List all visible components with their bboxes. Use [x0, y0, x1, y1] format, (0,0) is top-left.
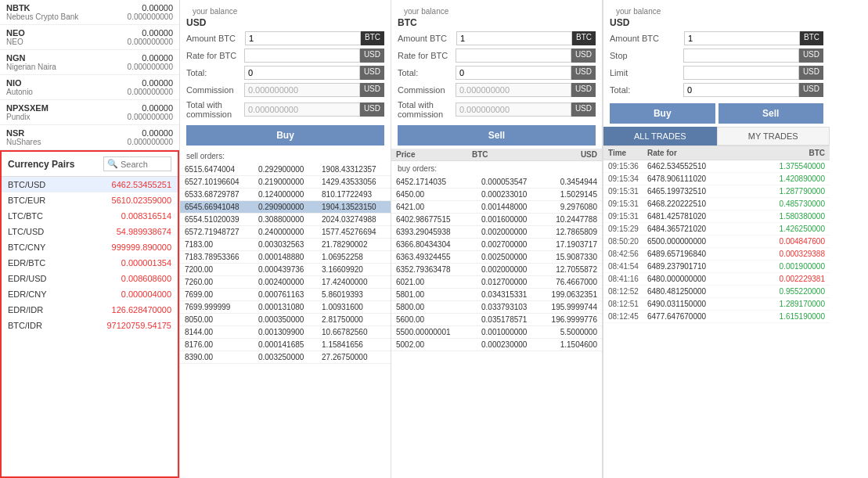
order-col2: 0.292900000: [254, 164, 317, 176]
trade-time: 08:12:52: [608, 287, 647, 296]
sell-balance-currency: BTC: [398, 17, 417, 28]
pair-row[interactable]: BTC/CNY 999999.890000: [2, 239, 178, 255]
order-col3: 1.06952258: [317, 251, 391, 264]
order-col3: 17.1903717: [539, 239, 602, 251]
pair-name: BTC/CNY: [8, 243, 45, 252]
btc-col-header: BTC: [755, 149, 825, 157]
buy-total-commission-currency: USD: [360, 102, 384, 117]
table-row: 6363.49324455 0.002500000 15.9087330: [391, 251, 602, 264]
pair-name: EDR/CNY: [8, 289, 47, 299]
trades-tabs: ALL TRADES MY TRADES: [603, 127, 830, 146]
sell-total-commission-label: Total with commission: [398, 100, 456, 119]
balance-row: NBTK Nebeus Crypto Bank 0.00000 0.000000…: [0, 0, 179, 25]
trade-rate: 6484.365721020: [647, 225, 755, 233]
my-trades-tab[interactable]: MY TRADES: [717, 127, 830, 146]
order-col2: 0.033793103: [477, 301, 539, 314]
table-row: 8176.00 0.000141685 1.15841656: [180, 339, 391, 351]
pair-row[interactable]: EDR/IDR 126.628470000: [2, 302, 178, 318]
sell-rate-currency: USD: [571, 49, 596, 63]
trade-btc: 1.615190000: [755, 312, 825, 321]
all-trades-tab[interactable]: ALL TRADES: [603, 127, 717, 146]
pair-row[interactable]: LTC/BTC 0.008316514: [2, 208, 178, 224]
coin-amount-main: 0.00000: [128, 3, 173, 13]
buy-orders-usd-col: USD: [535, 150, 597, 159]
right-total-input[interactable]: [683, 83, 799, 97]
table-row: 8144.00 0.001309900 10.66782560: [180, 326, 391, 339]
trade-rate: 6481.425781020: [647, 212, 755, 221]
trade-row: 09:15:31 6481.425781020 1.580380000: [603, 210, 830, 223]
order-col2: 0.000053547: [477, 176, 539, 189]
order-col3: 21.78290002: [317, 239, 391, 251]
search-input[interactable]: [121, 160, 167, 169]
sell-button[interactable]: Sell: [398, 125, 596, 146]
order-col1: 6527.10196604: [180, 176, 254, 189]
sell-rate-input[interactable]: [456, 49, 571, 63]
trade-time: 08:42:56: [608, 250, 647, 258]
order-col1: 8050.00: [180, 314, 254, 326]
order-col3: 0.3454944: [539, 176, 602, 189]
buy-amount-label: Amount BTC: [186, 34, 245, 43]
order-col2: 0.000761163: [254, 289, 317, 301]
search-box[interactable]: 🔍: [103, 156, 171, 171]
order-col1: 8144.00: [180, 326, 254, 339]
right-amount-input[interactable]: [684, 31, 800, 45]
pair-row[interactable]: BTC/EUR 5610.02359000: [2, 192, 178, 208]
pair-row[interactable]: LTC/USD 54.989938674: [2, 224, 178, 239]
trade-row: 09:15:29 6484.365721020 1.426250000: [603, 223, 830, 235]
time-col-header: Time: [608, 149, 647, 157]
buy-rate-input[interactable]: [244, 49, 360, 63]
pair-price: 0.000001354: [121, 258, 171, 268]
coin-label: NPXSXEM Pundix: [6, 103, 49, 121]
order-col3: 199.0632351: [539, 289, 602, 301]
coin-amount-main: 0.00000: [128, 128, 173, 138]
pair-name: EDR/BTC: [8, 258, 45, 268]
trades-list: 09:15:36 6462.534552510 1.375540000 09:1…: [603, 160, 830, 478]
trade-btc: 1.375540000: [755, 162, 825, 171]
order-col2: 0.000233010: [477, 189, 539, 201]
pair-name: LTC/BTC: [8, 211, 43, 221]
trade-row: 08:42:56 6489.657196840 0.000329388: [603, 248, 830, 261]
table-row: 7260.00 0.002400000 17.42400000: [180, 276, 391, 289]
rate-col-header: Rate for: [647, 149, 755, 157]
coin-symbol: NPXSXEM: [6, 103, 49, 113]
buy-total-input[interactable]: [244, 66, 360, 80]
order-col2: 0.000439736: [254, 264, 317, 276]
pair-row[interactable]: EDR/BTC 0.000001354: [2, 255, 178, 271]
order-col1: 6572.71948727: [180, 226, 254, 239]
trade-rate: 6480.481250000: [647, 287, 755, 296]
order-col2: 0.012700000: [477, 276, 539, 289]
coin-name: NuShares: [6, 138, 41, 146]
coin-symbol: NBTK: [6, 3, 78, 13]
coin-label: NEO NEO: [6, 28, 25, 46]
buy-total-commission-label: Total with commission: [186, 100, 244, 119]
right-buy-button[interactable]: Buy: [610, 103, 715, 124]
sell-total-input[interactable]: [456, 66, 571, 80]
sell-commission-input: [456, 83, 571, 97]
table-row: 7200.00 0.000439736 3.16609920: [180, 264, 391, 276]
pair-name: BTC/EUR: [8, 196, 45, 205]
order-col1: 8390.00: [180, 351, 254, 364]
order-col2: 0.002000000: [477, 226, 539, 239]
buy-amount-input[interactable]: [245, 31, 361, 45]
pair-price: 97120759.54175: [106, 321, 171, 330]
search-icon: 🔍: [107, 159, 118, 169]
order-col2: 0.001000000: [477, 326, 539, 339]
pair-row[interactable]: BTC/IDR 97120759.54175: [2, 318, 178, 333]
sell-rate-label: Rate for BTC: [398, 51, 456, 60]
buy-orders-section: Price BTC USD buy orders: 6452.1714035 0…: [391, 149, 602, 478]
right-stop-input[interactable]: [683, 49, 799, 63]
trade-rate: 6468.220222510: [647, 199, 755, 208]
pair-row[interactable]: EDR/CNY 0.000004000: [2, 286, 178, 302]
right-limit-input[interactable]: [683, 66, 799, 80]
pair-row[interactable]: EDR/USD 0.008608600: [2, 271, 178, 286]
order-col1: 6554.51020039: [180, 214, 254, 226]
buy-commission-input: [244, 83, 360, 97]
buy-button[interactable]: Buy: [186, 125, 384, 146]
order-col1: 5801.00: [391, 289, 477, 301]
order-col3: 10.2447788: [539, 214, 602, 226]
right-sell-button[interactable]: Sell: [719, 103, 824, 124]
order-col3: 1.00931600: [317, 301, 391, 314]
trade-rate: 6489.657196840: [647, 250, 755, 258]
sell-amount-input[interactable]: [456, 31, 572, 45]
pair-row[interactable]: BTC/USD 6462.53455251: [2, 177, 178, 192]
